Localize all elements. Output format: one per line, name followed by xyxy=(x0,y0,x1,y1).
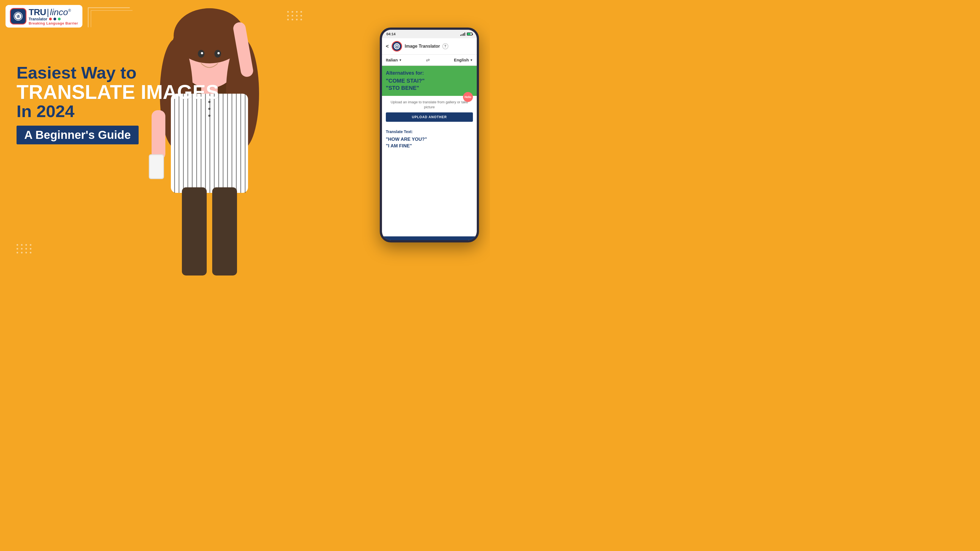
phone-app-header: < 语 Image Translator ? xyxy=(382,38,477,54)
logo-dot-blue xyxy=(54,17,56,21)
upload-description: Upload an image to translate from galler… xyxy=(386,100,473,110)
translate-text-label: Translate Text: xyxy=(386,130,473,134)
svg-text:语: 语 xyxy=(16,14,20,19)
phone-status-bar: 04:14 xyxy=(382,30,477,38)
help-button[interactable]: ? xyxy=(442,43,449,49)
back-button[interactable]: < xyxy=(386,43,389,49)
svg-rect-24 xyxy=(240,94,241,193)
swap-languages-button[interactable]: ⇄ xyxy=(426,57,430,62)
app-icon: 语 xyxy=(391,41,402,51)
svg-rect-22 xyxy=(232,94,232,193)
svg-rect-23 xyxy=(236,94,237,193)
translate-text-line2: "I AM FINE" xyxy=(386,143,473,149)
svg-rect-37 xyxy=(182,187,207,275)
svg-point-31 xyxy=(218,52,220,54)
main-container: 语 TRU | linco® Translator Breaking Langu… xyxy=(0,0,490,275)
headline-line2: TRANSLATE IMAGES xyxy=(16,82,219,102)
app-title-area: Image Translator ? xyxy=(405,43,473,49)
lang-from-button[interactable]: Italian ▼ xyxy=(386,57,402,62)
lang-to-button[interactable]: English ▼ xyxy=(454,57,473,62)
status-icons xyxy=(460,32,473,36)
status-time: 04:14 xyxy=(387,32,396,36)
battery-icon xyxy=(467,32,473,35)
app-title-text: Image Translator xyxy=(405,44,440,49)
translation-result: Alternatives for: "COME STAI?" "STO BENE… xyxy=(382,66,477,96)
svg-text:语: 语 xyxy=(396,46,398,48)
logo-separator: | xyxy=(47,7,49,17)
logo-slogan: Breaking Language Barrier xyxy=(29,21,78,25)
svg-rect-38 xyxy=(212,187,237,275)
svg-rect-21 xyxy=(227,94,228,193)
original-text-line1: "COME STAI?" xyxy=(386,77,473,84)
logo-text-area: TRU | linco® Translator Breaking Languag… xyxy=(29,7,78,25)
logo-brand: TRU | linco® xyxy=(29,7,78,17)
translate-text-line1: "HOW ARE YOU?" xyxy=(386,136,473,143)
logo-area: 语 TRU | linco® Translator Breaking Langu… xyxy=(5,5,83,27)
upload-section: Hello Upload an image to translate from … xyxy=(382,96,477,125)
logo-tru: TRU xyxy=(29,7,46,17)
headline-area: Easiest Way to TRANSLATE IMAGES In 2024 … xyxy=(16,64,219,144)
signal-bars xyxy=(460,32,465,36)
alternatives-title: Alternatives for: xyxy=(386,70,473,76)
svg-rect-20 xyxy=(223,94,223,193)
logo-icon: 语 xyxy=(10,8,27,24)
phone-screen: 04:14 < xyxy=(382,30,477,240)
headline-line3: In 2024 xyxy=(16,102,219,121)
logo-dot-red xyxy=(49,17,52,21)
svg-rect-36 xyxy=(150,155,163,178)
upload-button[interactable]: UPLOAD ANOTHER xyxy=(386,113,473,122)
svg-rect-25 xyxy=(245,94,245,193)
logo-icon-inner: 语 xyxy=(13,11,23,21)
translated-section: Translate Text: "HOW ARE YOU?" "I AM FIN… xyxy=(382,125,477,237)
original-text-line2: "STO BENE" xyxy=(386,84,473,92)
lang-from-chevron: ▼ xyxy=(399,59,402,62)
app-icon-inner: 语 xyxy=(394,43,400,49)
phone-mockup: 04:14 < xyxy=(380,27,479,243)
logo-linco: linco® xyxy=(50,7,71,17)
phone-bottom-bar xyxy=(382,237,477,240)
hello-badge: Hello xyxy=(463,92,473,102)
logo-translator-text: Translator xyxy=(29,17,48,21)
headline-guide-box: A Beginner's Guide xyxy=(16,125,138,144)
headline-guide-text: A Beginner's Guide xyxy=(24,129,131,141)
logo-dot-green xyxy=(58,17,60,21)
lang-to-chevron: ▼ xyxy=(470,59,473,62)
language-selector: Italian ▼ ⇄ English ▼ xyxy=(382,54,477,66)
dots-bottom-left xyxy=(16,244,32,254)
svg-point-30 xyxy=(201,52,203,54)
headline-line1: Easiest Way to xyxy=(16,64,219,82)
logo-translator-row: Translator xyxy=(29,17,78,21)
